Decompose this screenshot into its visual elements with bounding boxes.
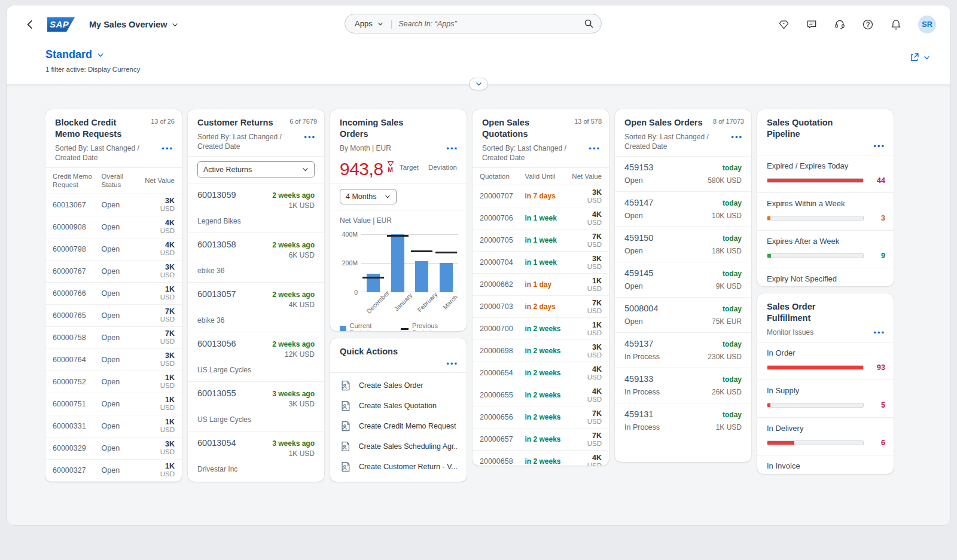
table-row[interactable]: 60013067 Open 3K USD: [45, 194, 182, 216]
table-row[interactable]: 20000656 in 2 weeks 7K USD: [473, 406, 609, 429]
search-input[interactable]: [398, 20, 584, 28]
table-row[interactable]: 20000705 in 1 week 7K USD: [473, 229, 609, 252]
table-row[interactable]: 20000706 in 1 week 4K USD: [473, 207, 609, 229]
table-header: Quotation Valid Until Net Value: [473, 167, 609, 185]
period-value: 4 Months: [346, 192, 376, 201]
table-row[interactable]: 60000765 Open 7K USD: [45, 305, 182, 327]
user-avatar[interactable]: SR: [918, 16, 936, 33]
overflow-menu-button[interactable]: •••: [585, 145, 601, 152]
quick-action-item[interactable]: $ Create Customer Return - V...: [330, 457, 467, 477]
support-icon[interactable]: [834, 19, 846, 30]
overflow-menu-button[interactable]: •••: [870, 142, 885, 150]
table-row[interactable]: 60000766 Open 1K USD: [45, 283, 182, 305]
column-header: Net Value: [569, 172, 602, 180]
variant-selector[interactable]: Standard: [45, 48, 104, 61]
overall-status: Open: [102, 201, 136, 209]
return-customer: ebike 36: [197, 267, 315, 275]
sap-logo[interactable]: SAP: [47, 17, 75, 32]
table-row[interactable]: 20000700 in 2 weeks 1K USD: [473, 318, 609, 340]
table-row[interactable]: 20000657 in 2 weeks 7K USD: [473, 429, 609, 451]
return-list-item[interactable]: 60013059 2 weeks ago 1K USD Legend Bikes: [188, 183, 324, 232]
return-list-item[interactable]: 60013058 2 weeks ago 6K USD ebike 36: [188, 232, 324, 282]
currency: USD: [136, 426, 175, 434]
net-value: 3K: [136, 197, 175, 205]
search-icon[interactable]: [584, 19, 594, 29]
order-list-item[interactable]: 459147 today Open 10K USD: [615, 191, 751, 227]
period-select[interactable]: 4 Months: [340, 189, 397, 204]
order-list-item[interactable]: 459150 today Open 18K USD: [615, 227, 751, 262]
table-row[interactable]: 20000655 in 2 weeks 4K USD: [473, 384, 609, 406]
help-icon[interactable]: [862, 19, 874, 30]
return-list-item[interactable]: 60013055 3 weeks ago 3K USD US Large Cyc…: [188, 381, 324, 431]
quick-action-item[interactable]: $ Create Credit Memo Request: [330, 416, 467, 436]
overflow-menu-button[interactable]: •••: [727, 133, 743, 141]
overflow-menu-button[interactable]: •••: [300, 133, 316, 141]
fulfillment-item[interactable]: In Order 93: [757, 342, 894, 380]
table-row[interactable]: 60000767 Open 3K USD: [45, 261, 182, 283]
search-scope-select[interactable]: Apps: [355, 19, 383, 28]
overall-status: Open: [102, 356, 136, 364]
quick-action-item[interactable]: $ Create Sales Order: [330, 375, 467, 396]
order-status: Open: [624, 282, 643, 290]
quotation-id: 20000705: [480, 236, 525, 244]
currency: USD: [136, 338, 175, 345]
overflow-menu-button[interactable]: •••: [158, 145, 173, 152]
table-row[interactable]: 20000704 in 1 week 3K USD: [473, 252, 609, 274]
overflow-menu-button[interactable]: •••: [870, 329, 885, 336]
pipeline-item[interactable]: Expires Within a Week 3: [757, 192, 894, 230]
order-list-item[interactable]: 459131 today In Process 1K USD: [615, 403, 751, 438]
app-title-menu[interactable]: My Sales Overview: [89, 20, 178, 29]
currency: USD: [569, 219, 602, 227]
table-row[interactable]: 60000329 Open 3K USD: [45, 437, 182, 460]
bar-march[interactable]: [440, 263, 453, 292]
credit-memo-id: 60000764: [53, 356, 102, 364]
quotation-id: 20000707: [480, 192, 525, 200]
fulfillment-item[interactable]: In Delivery 6: [757, 417, 894, 455]
table-row[interactable]: 60000752 Open 1K USD: [45, 371, 182, 393]
table-row[interactable]: 20000654 in 2 weeks 4K USD: [473, 362, 609, 384]
progress-fill: [767, 254, 771, 258]
share-menu-button[interactable]: [909, 52, 930, 63]
table-row[interactable]: 20000698 in 2 weeks 3K USD: [473, 340, 609, 362]
table-row[interactable]: 20000707 in 7 days 3K USD: [473, 185, 609, 207]
collapse-header-button[interactable]: [469, 78, 488, 90]
global-search[interactable]: Apps |: [345, 14, 602, 33]
quick-action-item[interactable]: $ Create Sales Quotation: [330, 396, 467, 416]
pipeline-item[interactable]: Expiry Not Specified 126: [757, 268, 894, 286]
previous-period-marker-january: [387, 235, 409, 237]
table-row[interactable]: 60000758 Open 7K USD: [45, 327, 182, 349]
feedback-icon[interactable]: [806, 19, 818, 30]
back-button[interactable]: [25, 19, 41, 30]
fulfillment-item[interactable]: In Invoice 5: [757, 455, 894, 474]
companion-icon[interactable]: [778, 19, 790, 30]
order-list-item[interactable]: 459133 today In Process 26K USD: [615, 368, 751, 403]
fulfillment-item[interactable]: In Supply 5: [757, 380, 894, 417]
order-list-item[interactable]: 459137 today In Process 230K USD: [615, 332, 751, 368]
table-row[interactable]: 60000908 Open 4K USD: [45, 216, 182, 238]
pipeline-item[interactable]: Expired / Expires Today 44: [757, 155, 894, 192]
table-row[interactable]: 20000658 in 2 weeks 4K USD: [473, 451, 609, 466]
overflow-menu-button[interactable]: •••: [443, 145, 458, 152]
order-list-item[interactable]: 459153 today Open 580K USD: [615, 156, 751, 191]
overflow-menu-button[interactable]: •••: [443, 360, 458, 368]
notifications-bell-icon[interactable]: [890, 19, 902, 30]
returns-filter-select[interactable]: Active Returns: [197, 161, 315, 178]
quick-action-item[interactable]: $ Create Sales Scheduling Agr...: [330, 436, 467, 457]
table-row[interactable]: 20000703 in 2 days 7K USD: [473, 296, 609, 318]
table-row[interactable]: 60000331 Open 1K USD: [45, 415, 182, 437]
order-list-item[interactable]: 5008004 today Open 75K EUR: [615, 297, 751, 332]
table-row[interactable]: 60000764 Open 3K USD: [45, 349, 182, 371]
order-value: 26K USD: [712, 388, 742, 396]
table-row[interactable]: 60000751 Open 1K USD: [45, 393, 182, 415]
table-row[interactable]: 60000327 Open 1K USD: [45, 460, 182, 482]
pipeline-value: 9: [871, 252, 885, 260]
bar-february[interactable]: [415, 261, 428, 292]
bar-january[interactable]: [391, 234, 404, 292]
order-list-item[interactable]: 459145 today Open 9K USD: [615, 262, 751, 297]
return-list-item[interactable]: 60013057 2 weeks ago 4K USD ebike 36: [188, 282, 324, 332]
return-list-item[interactable]: 60013056 2 weeks ago 12K USD US Large Cy…: [188, 332, 324, 381]
pipeline-item[interactable]: Expires After a Week 9: [757, 230, 894, 268]
table-row[interactable]: 20000662 in 1 day 1K USD: [473, 274, 609, 296]
table-row[interactable]: 60000798 Open 4K USD: [45, 238, 182, 261]
return-list-item[interactable]: 60013054 3 weeks ago 1K USD Drivestar In…: [188, 431, 324, 481]
